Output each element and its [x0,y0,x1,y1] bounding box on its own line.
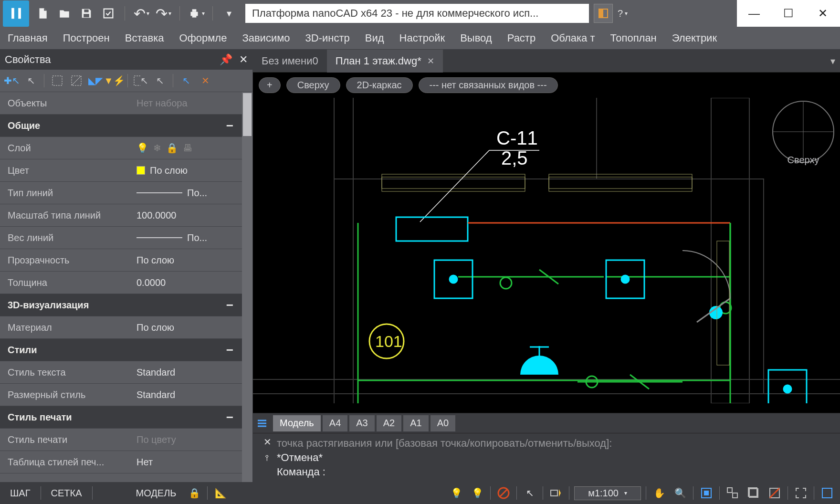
prop-group-viz3d[interactable]: 3D-визуализация − [0,294,242,316]
close-commandline-icon[interactable]: ✕ [263,436,272,448]
unisolate-icon[interactable] [746,485,762,501]
plot-icon[interactable]: 🖶 [183,143,192,154]
qat-customize-icon[interactable]: ▾ [220,5,238,22]
tab-electric[interactable]: Электрик [664,27,724,50]
view-top-pill[interactable]: Сверху [286,77,340,93]
prop-row-plotstyle[interactable]: Стиль печати По цвету [0,429,242,451]
cursor-mode-icon[interactable]: ↖ [522,485,538,501]
tab-a0[interactable]: A0 [430,415,455,431]
add-selection-icon[interactable]: ✚↖ [4,73,20,89]
prop-row-layer[interactable]: Слой 💡 ❄ 🔒 🖶 [0,137,242,159]
prop-group-printstyle[interactable]: Стиль печати − [0,406,242,429]
select-window-icon[interactable] [49,73,65,89]
prop-row-textstyle[interactable]: Стиль текста Standard [0,361,242,384]
isolate-icon[interactable] [724,485,741,501]
fullscreen-icon[interactable] [793,485,809,501]
tab-view[interactable]: Вид [357,27,392,50]
prop-row-transparency[interactable]: Прозрачность По слою [0,249,242,272]
document-tab-inactive[interactable]: Без имени0 [253,50,327,73]
select-crossing-icon[interactable] [68,73,84,89]
drawing-canvas[interactable]: С-11 2,5 [253,98,840,413]
quick-select-icon[interactable]: ▼⚡ [106,73,123,89]
save-options-icon[interactable] [100,5,117,22]
close-panel-icon[interactable]: ✕ [239,53,248,66]
close-window-button[interactable]: ✕ [806,0,840,27]
open-file-icon[interactable] [56,5,73,22]
zoom-icon[interactable]: 🔍 [672,485,688,501]
app-logo-icon[interactable] [3,0,29,27]
save-icon[interactable] [78,5,95,22]
tab-3dtools[interactable]: 3D-инстр [298,27,357,50]
prop-row-objects[interactable]: Объекты Нет набора [0,92,242,115]
prop-row-material[interactable]: Материал По слою [0,316,242,339]
scale-selector[interactable]: м1:100▾ [574,486,641,500]
dynamic-input-icon[interactable] [548,485,564,501]
pin-icon[interactable]: 📌 [220,53,232,66]
command-line[interactable]: ✕ ⫯ точка растягивания или [базовая точк… [253,433,840,482]
view-wireframe-pill[interactable]: 2D-каркас [346,77,413,93]
tab-output[interactable]: Вывод [452,27,500,50]
status-bulb1-icon[interactable]: 💡 [448,485,464,501]
new-file-icon[interactable] [34,5,51,22]
snap-toggle[interactable]: ШАГ [5,486,36,500]
minimize-button[interactable]: — [737,0,771,27]
grid-toggle[interactable]: СЕТКА [46,486,87,500]
tab-model[interactable]: Модель [273,415,321,431]
prop-row-color[interactable]: Цвет По слою [0,159,242,182]
layout-list-icon[interactable] [253,415,271,431]
collapse-icon[interactable]: − [226,410,233,425]
add-viewport-button[interactable]: + [259,77,281,93]
workspace-switch-button[interactable] [594,4,613,23]
zoom-extents-icon[interactable] [698,485,714,501]
disable-icon[interactable] [495,485,512,501]
hide-icon[interactable] [766,485,783,501]
help-button[interactable]: ?▾ [618,8,628,19]
cleanscreen-icon[interactable] [819,485,835,501]
view-linked-pill[interactable]: --- нет связанных видов --- [419,77,558,93]
prop-row-lineweight[interactable]: Вес линий По... [0,227,242,249]
viewcube[interactable]: Сверху [772,101,834,163]
tab-draw[interactable]: Построен [55,27,117,50]
lock-annoscale-icon[interactable]: 🔒 [186,485,202,501]
prop-row-linetype[interactable]: Тип линий По... [0,182,242,204]
bulb-icon[interactable]: 💡 [136,142,148,154]
status-bulb2-icon[interactable]: 💡 [469,485,485,501]
model-paper-toggle[interactable]: МОДЕЛЬ [131,486,182,500]
prop-row-ltscale[interactable]: Масштаб типа линий 100.0000 [0,204,242,227]
tab-a2[interactable]: A2 [377,415,401,431]
tab-pointclouds[interactable]: Облака т [543,27,602,50]
prop-row-thickness[interactable]: Толщина 0.0000 [0,272,242,294]
annoscale-icon[interactable]: 📐 [212,485,229,501]
select-prev-icon[interactable]: ↖ [152,73,168,89]
tab-settings[interactable]: Настройк [392,27,453,50]
tab-topoplan[interactable]: Топоплан [603,27,664,50]
collapse-icon[interactable]: − [226,343,233,357]
collapse-icon[interactable]: − [226,298,233,313]
prop-group-styles[interactable]: Стили − [0,339,242,361]
tab-raster[interactable]: Растр [500,27,544,50]
tab-a3[interactable]: A3 [349,415,374,431]
prop-group-general[interactable]: Общие − [0,115,242,137]
tab-annotate[interactable]: Оформле [172,27,235,50]
undo-button[interactable]: ↶▾ [133,5,150,22]
redo-button[interactable]: ↷▾ [155,5,172,22]
toggle-filter-icon[interactable]: ◣◤ [87,73,104,89]
pick-icon[interactable]: ↖ [178,73,194,89]
tab-constraints[interactable]: Зависимо [234,27,297,50]
maximize-button[interactable]: ☐ [771,0,806,27]
cursor-icon[interactable]: ↖ [23,73,39,89]
lock-icon[interactable]: 🔒 [166,142,178,154]
tab-overflow-icon[interactable]: ▾ [830,55,840,67]
prop-row-dimstyle[interactable]: Размерный стиль Standard [0,384,242,406]
tab-home[interactable]: Главная [0,27,55,50]
close-tab-icon[interactable]: ✕ [427,56,434,66]
tab-insert[interactable]: Вставка [117,27,172,50]
tab-a1[interactable]: A1 [403,415,428,431]
pan-icon[interactable]: ✋ [651,485,667,501]
print-button[interactable]: ▾ [188,5,205,22]
select-similar-icon[interactable]: ↖ [133,73,149,89]
tab-a4[interactable]: A4 [323,415,347,431]
properties-scrollbar[interactable] [242,92,252,482]
document-tab-active[interactable]: План 1 этаж.dwg*✕ [327,50,443,73]
collapse-icon[interactable]: − [226,118,233,133]
